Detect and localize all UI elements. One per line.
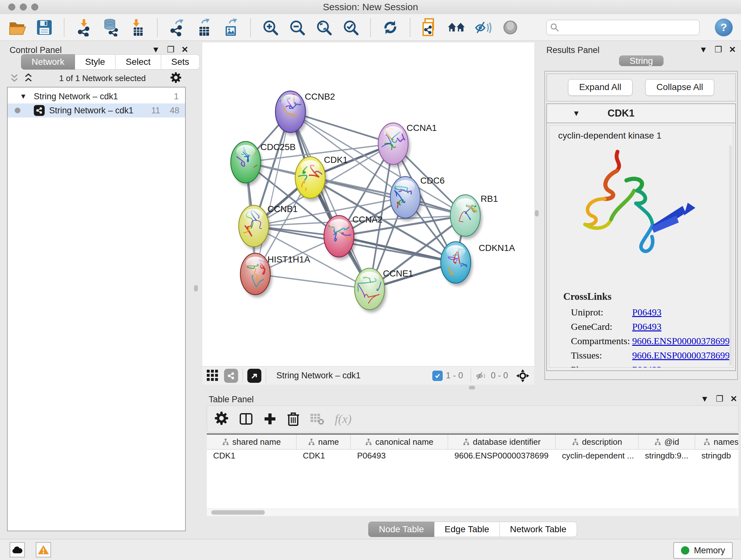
add-column-icon[interactable] bbox=[263, 412, 277, 426]
grid-view-icon[interactable] bbox=[207, 370, 219, 382]
crosslink-link[interactable]: P06493 bbox=[632, 307, 662, 318]
export-table-button[interactable] bbox=[195, 18, 213, 37]
column-header-name[interactable]: name bbox=[296, 435, 351, 449]
table-cell[interactable]: CDK1 bbox=[296, 451, 351, 461]
node-HIST1H1A[interactable]: HIST1H1A bbox=[240, 253, 310, 298]
network-canvas[interactable]: CCNB2CCNA1CDC25BCDK1CDC6RB1CCNB1CCNA2CDK… bbox=[202, 43, 534, 366]
search-input[interactable] bbox=[559, 22, 696, 33]
export-network-button[interactable] bbox=[168, 18, 186, 37]
float-panel-icon[interactable]: ▼ bbox=[699, 45, 708, 55]
tab-select[interactable]: Select bbox=[116, 54, 161, 70]
close-panel-icon[interactable]: ✕ bbox=[729, 45, 736, 55]
node-CCNE1[interactable]: CCNE1 bbox=[354, 268, 413, 313]
network-collection-row[interactable]: ▼ String Network – cdk1 1 bbox=[8, 89, 185, 104]
collapse-all-button[interactable]: Collapse All bbox=[645, 79, 714, 96]
results-panel-tab-string[interactable]: String bbox=[619, 54, 664, 68]
column-header-database-identifier[interactable]: database identifier bbox=[448, 435, 556, 449]
node-CCNA1[interactable]: CCNA1 bbox=[378, 123, 437, 167]
node-CCNB1[interactable]: CCNB1 bbox=[239, 204, 298, 250]
import-table-from-file-button[interactable] bbox=[128, 18, 147, 37]
string-view-icon[interactable] bbox=[224, 369, 238, 383]
help-button[interactable]: ? bbox=[715, 18, 733, 37]
tab-network-table[interactable]: Network Table bbox=[500, 522, 577, 537]
show-all-button[interactable] bbox=[501, 18, 520, 37]
node-CCNA2[interactable]: CCNA2 bbox=[322, 214, 383, 260]
tab-network[interactable]: Network bbox=[21, 54, 75, 70]
memory-button[interactable]: Memory bbox=[673, 542, 733, 559]
crosslink-link[interactable]: 9606.ENSP00000378699 bbox=[632, 335, 730, 347]
scrollbar-thumb[interactable] bbox=[211, 510, 265, 515]
float-panel-icon[interactable]: ▼ bbox=[700, 394, 709, 404]
protein-section-header[interactable]: ▼ CDK1 bbox=[547, 104, 735, 123]
node-RB1[interactable]: RB1 bbox=[450, 194, 498, 239]
crosslink-link[interactable]: 9606.ENSP00000378699 bbox=[632, 350, 730, 361]
column-header-shared-name[interactable]: shared name bbox=[207, 435, 296, 449]
close-panel-icon[interactable]: ✕ bbox=[730, 394, 737, 404]
table-cell[interactable]: stringdb:9... bbox=[638, 451, 695, 461]
table-cell[interactable]: cyclin-dependent ... bbox=[556, 451, 638, 461]
node-CDC25B[interactable]: CDC25B bbox=[231, 141, 295, 186]
home-button[interactable] bbox=[448, 18, 466, 37]
table-cell[interactable]: P06493 bbox=[351, 451, 448, 461]
expand-all-button[interactable]: Expand All bbox=[568, 79, 632, 96]
import-network-from-file-button[interactable] bbox=[75, 18, 93, 37]
column-header-@id[interactable]: @id bbox=[638, 435, 695, 449]
open-session-button[interactable] bbox=[8, 18, 27, 37]
tab-edge-table[interactable]: Edge Table bbox=[434, 522, 500, 537]
column-header-namespace[interactable]: namespace bbox=[695, 435, 738, 449]
save-session-button[interactable] bbox=[35, 18, 54, 37]
column-header-description[interactable]: description bbox=[556, 435, 638, 449]
close-window-button[interactable] bbox=[8, 3, 15, 10]
crosslink-link[interactable]: P06493 bbox=[632, 364, 662, 368]
detach-view-icon[interactable] bbox=[247, 369, 261, 383]
birds-eye-toggle-icon[interactable] bbox=[516, 369, 530, 383]
zoom-fit-button[interactable] bbox=[315, 18, 333, 37]
close-panel-icon[interactable]: ✕ bbox=[181, 45, 188, 55]
delete-column-trash-icon[interactable] bbox=[287, 412, 300, 426]
maximize-panel-icon[interactable]: ❐ bbox=[716, 394, 723, 404]
expand-all-icon[interactable] bbox=[24, 73, 35, 83]
results-scrollbar[interactable] bbox=[729, 145, 732, 366]
collapse-all-icon[interactable] bbox=[10, 73, 21, 83]
function-builder-icon[interactable]: f(x) bbox=[335, 412, 352, 426]
right-splitter-handle[interactable] bbox=[535, 210, 539, 216]
delete-table-icon[interactable] bbox=[310, 413, 325, 425]
cloud-status-button[interactable] bbox=[10, 542, 25, 557]
table-cell[interactable]: CDK1 bbox=[207, 451, 296, 461]
network-row[interactable]: String Network – cdk1 11 48 bbox=[8, 104, 185, 118]
minimize-window-button[interactable] bbox=[20, 3, 27, 10]
collection-expand-triangle-icon[interactable]: ▼ bbox=[20, 92, 27, 101]
left-splitter-handle[interactable] bbox=[194, 285, 198, 292]
refresh-button[interactable] bbox=[381, 18, 400, 37]
crosslink-link[interactable]: P06493 bbox=[632, 321, 662, 332]
maximize-panel-icon[interactable]: ❐ bbox=[715, 45, 722, 55]
zoom-out-button[interactable] bbox=[288, 18, 307, 37]
tab-node-table[interactable]: Node Table bbox=[368, 522, 434, 537]
edge-HIST1H1A-CCNE1[interactable] bbox=[255, 274, 369, 289]
zoom-selected-button[interactable] bbox=[341, 18, 360, 37]
table-cell[interactable]: stringdb bbox=[695, 451, 738, 461]
table-horizontal-scrollbar[interactable] bbox=[207, 509, 738, 516]
bottom-splitter-handle[interactable] bbox=[469, 386, 475, 389]
export-image-button[interactable] bbox=[221, 18, 240, 37]
column-header-canonical-name[interactable]: canonical name bbox=[351, 435, 448, 449]
node-CCNB2[interactable]: CCNB2 bbox=[275, 91, 335, 135]
maximize-panel-icon[interactable]: ❐ bbox=[167, 45, 174, 55]
show-columns-icon[interactable] bbox=[239, 412, 253, 426]
network-options-gear-icon[interactable] bbox=[170, 71, 182, 85]
duplicate-network-button[interactable] bbox=[421, 18, 439, 37]
table-cell[interactable]: 9606.ENSP00000378699 bbox=[448, 451, 556, 461]
zoom-in-button[interactable] bbox=[261, 18, 280, 37]
tab-sets[interactable]: Sets bbox=[161, 54, 200, 70]
zoom-window-button[interactable] bbox=[31, 3, 38, 10]
selected-checkbox-icon[interactable] bbox=[432, 371, 443, 381]
float-panel-icon[interactable]: ▼ bbox=[151, 45, 160, 55]
import-network-from-database-button[interactable] bbox=[102, 18, 120, 37]
collapse-triangle-icon[interactable]: ▼ bbox=[572, 109, 580, 118]
table-row[interactable]: CDK1CDK1P064939606.ENSP00000378699cyclin… bbox=[207, 449, 738, 462]
node-CDKN1A[interactable]: CDKN1A bbox=[441, 242, 515, 286]
tab-style[interactable]: Style bbox=[75, 54, 116, 70]
warnings-button[interactable] bbox=[36, 542, 51, 557]
table-options-gear-icon[interactable] bbox=[214, 411, 229, 427]
hide-selected-button[interactable] bbox=[474, 18, 493, 37]
